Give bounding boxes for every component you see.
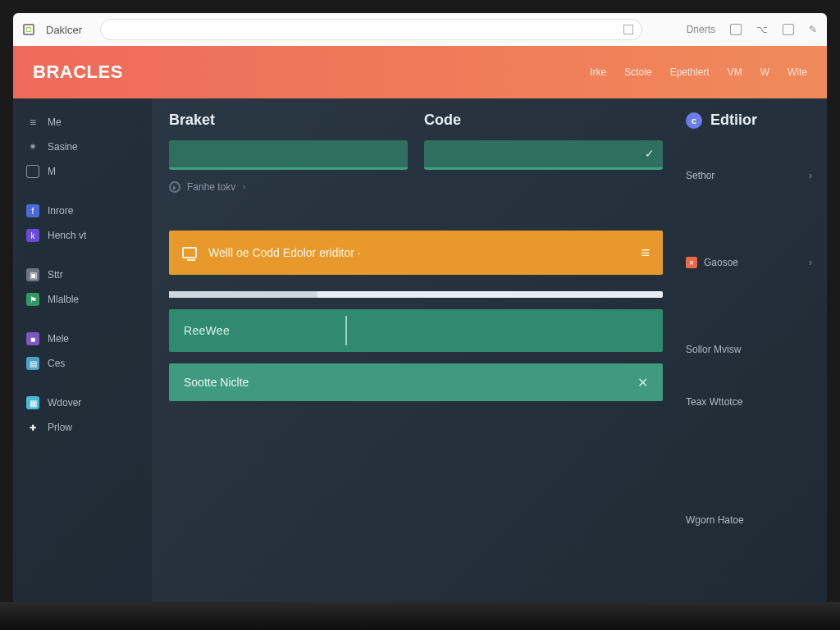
rail-item-teax[interactable]: Teax Wttotce	[686, 396, 812, 408]
menu-bars-icon	[26, 116, 39, 129]
sidebar-item-wdover[interactable]: ▦ Wdover	[13, 390, 152, 415]
banner-text: Welll oe Codd Edolor eriditor ·	[208, 246, 361, 259]
block-reewee[interactable]: ReeWee	[169, 309, 663, 352]
sky-icon: ▦	[26, 396, 39, 409]
sidebar-item-mele[interactable]: ■ Mele	[13, 326, 152, 351]
sidebar-item-label: Mele	[48, 333, 69, 345]
rail-badge-icon: c	[686, 112, 702, 129]
close-icon[interactable]: ✕	[637, 375, 648, 390]
menu-item-3[interactable]: VM	[728, 66, 742, 78]
chevron-right-icon: ›	[809, 257, 812, 268]
sidebar-item-label: Sttr	[48, 269, 63, 281]
address-bar[interactable]	[100, 19, 642, 40]
app-purple-icon: k	[26, 229, 39, 242]
rail-item-gaosoe[interactable]: × Gaosoe ›	[686, 257, 812, 268]
sidebar-item-label: Me	[48, 116, 62, 128]
input-bar-left[interactable]	[169, 140, 408, 170]
rail-item-sollor[interactable]: Sollor Mvisw	[686, 344, 812, 355]
chevron-right-icon: ›	[809, 170, 812, 181]
col-header-code: Code	[424, 112, 663, 129]
sidebar-item-sttr[interactable]: ▣ Sttr	[13, 262, 152, 287]
app-header: Bracles Irke Sctole Epethlert VM W Wite	[13, 46, 827, 98]
menu-item-5[interactable]: Wite	[788, 66, 807, 78]
tab-title: Daklcer	[46, 24, 82, 36]
rail-item-sethor[interactable]: Sethor ›	[686, 170, 812, 181]
chrome-buttons: Dnerts ⌥ ✎	[687, 24, 817, 35]
app-body: Me Sasine M f Inrore k Hench vt ▣	[13, 98, 827, 602]
header-menu: Irke Sctole Epethlert VM W Wite	[590, 66, 807, 78]
banner-menu-icon[interactable]: ≡	[641, 244, 650, 262]
col-header-braket: Braket	[169, 112, 408, 129]
menu-item-1[interactable]: Sctole	[624, 66, 651, 78]
menu-item-4[interactable]: W	[760, 66, 769, 78]
column-headers: Braket Code	[169, 112, 663, 129]
rail-header: c Edtiior	[686, 112, 812, 129]
sidebar-item-label: Ces	[48, 358, 65, 369]
app-gray-icon: ▣	[26, 268, 39, 281]
sidebar-item-label: M	[48, 166, 56, 177]
pin-icon: ✚	[26, 421, 39, 434]
play-circle-icon	[169, 181, 180, 193]
sidebar-item-inrore[interactable]: f Inrore	[13, 199, 152, 223]
sidebar-item-label: Sasine	[48, 141, 78, 153]
chrome-glyph-1-icon[interactable]	[730, 24, 742, 35]
sidebar-item-mlalble[interactable]: ⚑ Mlalble	[13, 287, 152, 312]
rail-item-wgorn[interactable]: Wgorn Hatoe	[686, 514, 812, 526]
subtle-row[interactable]: Fanhe tokv ›	[169, 181, 663, 193]
square-icon	[26, 165, 39, 178]
block-divider	[345, 316, 347, 345]
rail-title: Edtiior	[710, 112, 757, 129]
main-column: Braket Code Fanhe tokv › Welll oe Codd E…	[153, 98, 679, 602]
monitor-icon	[182, 247, 197, 258]
chrome-glyph-2-icon[interactable]: ⌥	[756, 24, 768, 35]
warn-square-icon: ×	[686, 257, 697, 268]
subtle-text: Fanhe tokv	[187, 181, 235, 193]
input-bar-right[interactable]	[424, 140, 663, 170]
chrome-glyph-3-icon[interactable]	[783, 24, 794, 35]
laptop-bezel	[0, 602, 840, 630]
flag-green-icon: ⚑	[26, 293, 39, 306]
progress-bar	[169, 291, 663, 298]
sidebar-item-ces[interactable]: ▤ Ces	[13, 351, 152, 376]
brand-title: Bracles	[33, 62, 123, 83]
chrome-glyph-4-icon[interactable]: ✎	[809, 24, 817, 35]
rail-item-label: Teax Wttotce	[686, 396, 742, 408]
app-violet-icon: ■	[26, 332, 39, 345]
screen: Daklcer Dnerts ⌥ ✎ Bracles Irke Sctole E…	[0, 0, 840, 630]
omnibox-end-icon	[623, 25, 633, 34]
sidebar-item-sasine[interactable]: Sasine	[13, 135, 152, 159]
sidebar: Me Sasine M f Inrore k Hench vt ▣	[13, 98, 153, 602]
rail-item-label: Sethor	[686, 170, 714, 181]
right-rail: c Edtiior Sethor › × Gaosoe › Sollor Mvi…	[679, 98, 827, 602]
menu-item-2[interactable]: Epethlert	[670, 66, 710, 78]
block-sootte[interactable]: Sootte Niclte ✕	[169, 363, 663, 401]
rail-item-label: Gaosoe	[704, 257, 738, 268]
block-a-label: ReeWee	[184, 324, 230, 337]
rail-item-label: Wgorn Hatoe	[686, 514, 744, 526]
block-b-label: Sootte Niclte	[184, 376, 249, 389]
sidebar-item-label: Wdover	[48, 397, 81, 409]
rail-item-label: Sollor Mvisw	[686, 344, 741, 355]
sidebar-item-label: Hench vt	[48, 230, 86, 241]
sidebar-item-m[interactable]: M	[13, 159, 152, 184]
sidebar-item-label: Prlow	[48, 422, 72, 433]
sidebar-item-me[interactable]: Me	[13, 110, 152, 135]
chevron-right-icon: ›	[242, 181, 245, 193]
image-icon: ▤	[26, 357, 39, 370]
welcome-banner[interactable]: Welll oe Codd Edolor eriditor · ≡	[169, 231, 663, 275]
sidebar-item-prlow[interactable]: ✚ Prlow	[13, 415, 152, 440]
dots-icon	[26, 140, 39, 153]
browser-chrome: Daklcer Dnerts ⌥ ✎	[13, 13, 827, 46]
twin-input-bars	[169, 140, 663, 170]
sidebar-item-label: Inrore	[48, 205, 73, 217]
menu-item-0[interactable]: Irke	[590, 66, 606, 78]
sidebar-item-hench[interactable]: k Hench vt	[13, 223, 152, 248]
sidebar-item-label: Mlalble	[48, 294, 79, 305]
app-blue-icon: f	[26, 204, 39, 217]
tab-favicon-icon	[23, 24, 34, 35]
chrome-label[interactable]: Dnerts	[687, 24, 715, 35]
